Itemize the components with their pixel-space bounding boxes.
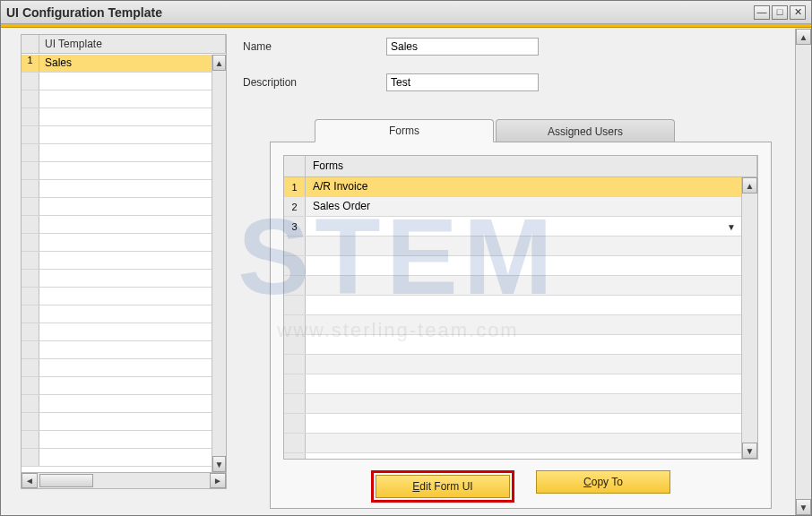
ui-template-row-empty[interactable] — [22, 395, 212, 413]
scroll-right-icon[interactable]: ► — [210, 473, 226, 488]
sidebar-vertical-scrollbar[interactable]: ▲ ▼ — [212, 55, 226, 472]
description-label: Description — [243, 76, 386, 89]
ui-template-row-empty[interactable] — [22, 359, 212, 377]
forms-cell: A/R Invoice — [306, 177, 741, 196]
forms-table-row-empty[interactable] — [284, 434, 741, 453]
forms-vertical-scrollbar[interactable]: ▲ ▼ — [741, 177, 757, 459]
maximize-button[interactable]: □ — [772, 5, 788, 20]
scroll-up-icon[interactable]: ▲ — [742, 177, 757, 194]
ui-template-row-empty[interactable] — [22, 288, 212, 305]
scroll-left-icon[interactable]: ◄ — [22, 473, 38, 488]
ui-template-row-empty[interactable] — [22, 449, 212, 467]
scroll-h-track[interactable] — [38, 473, 210, 488]
sidebar-horizontal-scrollbar[interactable]: ◄ ► — [22, 472, 226, 488]
ui-template-row-empty[interactable] — [22, 144, 212, 162]
forms-table-row-empty[interactable] — [284, 335, 741, 355]
forms-table-row-empty[interactable] — [284, 256, 741, 276]
ui-template-row-empty[interactable] — [22, 323, 212, 341]
row-number: 2 — [284, 197, 306, 216]
ui-template-row-empty[interactable] — [22, 431, 212, 449]
ui-template-row-empty[interactable] — [22, 73, 212, 90]
forms-table-row-empty[interactable] — [284, 355, 741, 374]
scroll-up-icon[interactable]: ▲ — [212, 55, 226, 71]
accent-bar — [1, 24, 811, 28]
dropdown-icon[interactable]: ▼ — [727, 221, 736, 231]
name-label: Name — [243, 40, 386, 53]
forms-table-body: 1A/R Invoice2Sales Order3▼ — [284, 177, 741, 459]
close-button[interactable]: ✕ — [790, 5, 806, 20]
scroll-up-icon[interactable]: ▲ — [796, 29, 811, 45]
forms-table-row-empty[interactable] — [284, 276, 741, 296]
ui-template-row-empty[interactable] — [22, 234, 212, 252]
ui-template-row-empty[interactable] — [22, 252, 212, 270]
tab-assigned-users-label: Assigned Users — [548, 125, 623, 138]
ui-template-row-empty[interactable] — [22, 305, 212, 323]
forms-cell: ▼ — [306, 217, 741, 236]
forms-table-row-empty[interactable] — [284, 315, 741, 335]
ui-template-row-empty[interactable] — [22, 377, 212, 395]
ui-template-row-empty[interactable] — [22, 126, 212, 144]
forms-table-row[interactable]: 2Sales Order — [284, 197, 741, 217]
ui-template-row-empty[interactable] — [22, 162, 212, 180]
forms-table-row-empty[interactable] — [284, 236, 741, 256]
edit-form-ui-highlight: Edit Form UI — [371, 470, 514, 503]
ui-template-list: UI Template 1Sales ▲ ▼ ◄ ► — [21, 34, 227, 489]
scroll-track[interactable] — [212, 71, 226, 456]
row-number-header — [22, 35, 39, 53]
forms-table-row-empty[interactable] — [284, 296, 741, 315]
minimize-button[interactable]: — — [754, 5, 770, 20]
forms-column-header[interactable]: Forms — [306, 156, 757, 176]
form-area: Name Description — [243, 38, 766, 109]
forms-table-row-empty[interactable] — [284, 414, 741, 434]
copy-to-button[interactable]: Copy To — [536, 470, 670, 494]
forms-table: Forms 1A/R Invoice2Sales Order3▼ ▲ ▼ — [283, 155, 758, 460]
forms-table-row-empty[interactable] — [284, 394, 741, 414]
window-frame: UI Configuration Template — □ ✕ UI Templ… — [0, 0, 812, 516]
ui-template-row-empty[interactable] — [22, 341, 212, 359]
scroll-down-icon[interactable]: ▼ — [796, 499, 811, 515]
scroll-h-thumb[interactable] — [39, 474, 93, 487]
forms-row-number-header — [284, 156, 306, 176]
forms-table-row[interactable]: 1A/R Invoice — [284, 177, 741, 197]
row-number: 1 — [22, 55, 39, 72]
description-input[interactable] — [386, 73, 539, 91]
tab-forms[interactable]: Forms — [315, 119, 494, 142]
edit-form-ui-label: Edit Form UI — [412, 480, 472, 493]
ui-template-row-empty[interactable] — [22, 216, 212, 234]
forms-cell: Sales Order — [306, 197, 741, 216]
scroll-down-icon[interactable]: ▼ — [212, 456, 226, 472]
ui-template-row-empty[interactable] — [22, 180, 212, 198]
row-number: 1 — [284, 177, 306, 196]
window-title: UI Configuration Template — [6, 5, 754, 20]
copy-to-label: Copy To — [583, 476, 623, 488]
edit-form-ui-button[interactable]: Edit Form UI — [376, 475, 510, 498]
tab-content: Forms 1A/R Invoice2Sales Order3▼ ▲ ▼ Edi — [270, 142, 772, 509]
scroll-track[interactable] — [742, 194, 757, 443]
scroll-track[interactable] — [796, 45, 811, 499]
name-field-row: Name — [243, 38, 766, 56]
scroll-pane: UI Template 1Sales ▲ ▼ ◄ ► — [1, 29, 795, 515]
ui-template-row-empty[interactable] — [22, 198, 212, 216]
tab-forms-label: Forms — [389, 125, 419, 137]
name-input[interactable] — [386, 38, 539, 56]
titlebar: UI Configuration Template — □ ✕ — [1, 1, 811, 24]
description-field-row: Description — [243, 73, 766, 91]
ui-template-row-empty[interactable] — [22, 413, 212, 431]
ui-template-row[interactable]: 1Sales — [22, 55, 212, 73]
ui-template-row-empty[interactable] — [22, 270, 212, 288]
ui-template-column-header[interactable]: UI Template — [39, 35, 226, 53]
outer-vertical-scrollbar[interactable]: ▲ ▼ — [795, 29, 811, 515]
ui-template-row-empty[interactable] — [22, 108, 212, 126]
button-row: Edit Form UI Copy To — [271, 470, 771, 503]
tab-assigned-users[interactable]: Assigned Users — [496, 119, 675, 142]
forms-table-header: Forms — [284, 156, 757, 177]
ui-template-row-empty[interactable] — [22, 90, 212, 108]
row-number: 3 — [284, 217, 306, 236]
scroll-down-icon[interactable]: ▼ — [742, 443, 757, 459]
forms-table-row-empty[interactable] — [284, 374, 741, 394]
forms-table-row-empty[interactable] — [284, 453, 741, 459]
tab-panel: Forms Assigned Users Forms 1A/R Invoice2… — [270, 118, 772, 511]
client-area: UI Template 1Sales ▲ ▼ ◄ ► — [1, 29, 811, 515]
forms-table-row[interactable]: 3▼ — [284, 217, 741, 236]
ui-template-rows: 1Sales — [22, 55, 212, 472]
